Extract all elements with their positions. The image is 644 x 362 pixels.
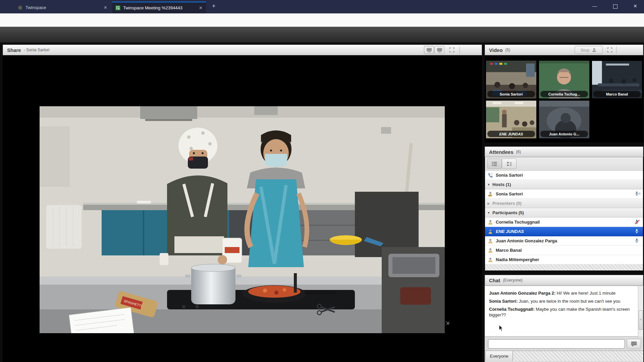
share-fullscreen-icon[interactable] [449,47,455,53]
share-pod-header: Share - Sonia Sartori ▾ [3,45,482,55]
tab-twinspace-meeting[interactable]: Twinspace Meeting %2394443 ✕ [112,2,206,13]
video-pod: Video (5) Stop ▾ Sonia Sartori [485,45,643,142]
video-pod-count: (5) [505,48,511,52]
chat-pod-header: Chat (Everyone) ▾ [485,275,643,286]
share-layout-fit-button[interactable] [424,46,434,54]
chat-tab-everyone[interactable]: Everyone [485,351,513,361]
video-tile: Sonia Sartori [486,61,536,99]
shared-video-kitchen-scene: SPAGHETTI [40,106,445,333]
video-tile: Cornelia Tschug... [539,61,589,99]
resize-cursor: ⇲ [445,320,449,325]
participant-icon [488,257,493,262]
participant-icon [488,248,493,253]
tab-close-icon[interactable]: ✕ [104,5,107,10]
attendees-toolbar [485,157,643,171]
attendee-row-host[interactable]: Sonia Sartori [485,189,643,199]
attendee-name: Juan Antonio Gonzalez Parga [496,238,557,243]
tab-twinspace[interactable]: Twinspace ✕ [14,2,111,13]
chat-message: Cornelia Tschuggnall: Maybe you can make… [489,306,635,318]
window-minimize-button[interactable]: — [592,3,597,9]
share-pod: Share - Sonia Sartori ▾ [3,45,482,362]
share-pod-title: Share [7,47,21,53]
connect-menubar: Adobe Meeting ▾ ▾ ▾ ▾ Help [0,27,644,43]
attendees-pod-header: Attendees (6) ▾ [485,146,643,157]
attendee-row[interactable]: Marco Banal [485,246,643,255]
attendee-row[interactable]: Nadia Mittempergher [485,255,643,264]
tab-close-icon[interactable]: ✕ [199,5,203,10]
collapse-triangle-icon[interactable]: ▼ [485,183,492,186]
video-tile: Marco Banal [592,61,642,99]
attendee-name: Marco Banal [496,248,522,253]
new-tab-button[interactable]: + [212,3,216,10]
tab-favicon-etwinning [115,5,120,10]
tab-favicon [18,6,22,10]
attendee-name: ENE JUNDAS [496,229,524,234]
attendee-name: Cornelia Tschuggnall [496,220,540,225]
attendee-row-phone[interactable]: Sonia Sartori [485,171,643,180]
video-pod-title: Video [489,47,503,53]
attendees-pod-title: Attendees [489,149,514,155]
chat-tab-filler [513,351,643,361]
video-tile: ENE JUNDAS [486,101,536,138]
attendee-list-view-button[interactable] [487,159,502,169]
video-tile-name: Marco Banal [593,91,641,97]
attendee-row-selected[interactable]: ENE JUNDAS [485,227,643,236]
screen: uO [0,0,644,362]
share-pod-presenter: - Sonia Sartori [24,48,50,52]
chat-send-button[interactable] [627,339,641,349]
attendees-pod-count: (6) [516,149,521,154]
video-tile-name: ENE JUNDAS [487,131,535,137]
header-divider [460,46,460,54]
browser-toolbar: ∞ ← → ⟳ adobeconnect.eun.org/cs-event-94… [0,13,644,27]
chat-tab-bar: Everyone [485,351,643,361]
speech-bubble-icon [631,341,637,347]
svg-text:SPAGHETTI: SPAGHETTI [123,299,143,308]
attendee-name: Sonia Sartori [496,191,523,196]
hosts-group-header[interactable]: ▼ Hosts (1) [485,180,643,189]
tab-title: Twinspace Meeting %2394443 [123,5,182,10]
phone-icon [488,173,493,178]
attendees-resize-strip[interactable] [485,264,643,270]
window-maximize-button[interactable] [613,4,618,9]
video-tile: Juan Antonio G... [539,101,589,138]
mic-icon [634,238,640,244]
share-layout-actual-button[interactable] [434,46,444,54]
attendee-status-view-button[interactable] [502,159,517,169]
participants-group-header[interactable]: ▼ Participants (5) [485,208,643,218]
mic-muted-icon [634,219,640,225]
chat-pod-title: Chat [489,278,500,283]
collapse-triangle-icon[interactable]: ▶ [485,202,492,205]
chat-message: Juan Antonio Gonzalez Parga 2: Hi! We ar… [489,290,635,296]
video-tile-name: Cornelia Tschug... [540,91,588,97]
video-fullscreen-icon[interactable] [607,47,613,53]
mic-active-icon [634,191,640,197]
browser-tab-bar: Twinspace ✕ Twinspace Meeting %2394443 ✕… [0,0,644,13]
host-icon [488,191,493,197]
attendee-name: Sonia Sartori [496,173,523,178]
chat-message-area[interactable]: Juan Antonio Gonzalez Parga 2: Hi! We ar… [485,286,638,337]
share-content-area: SPAGHETTI ⇲ [3,55,482,362]
chat-scrollbar-thumb[interactable]: ≡ [639,310,643,330]
chat-pod-scope: (Everyone) [503,278,523,283]
chat-message: Sonia Sartori: Juan, you are twice in th… [489,298,635,304]
window-close-button[interactable]: ✕ [633,3,637,9]
chat-input[interactable] [488,339,625,349]
participant-icon [488,238,493,244]
chat-scrollbar[interactable]: ≡ [638,286,643,337]
participant-icon [488,220,493,225]
mic-icon [634,229,640,235]
stop-webcam-button[interactable]: Stop [575,46,603,54]
chat-pod: Chat (Everyone) ▾ Juan Antonio Gonzalez … [485,275,643,362]
participant-icon [488,229,493,234]
tab-title: Twinspace [25,5,46,10]
collapse-triangle-icon[interactable]: ▼ [485,211,492,215]
attendee-row[interactable]: Juan Antonio Gonzalez Parga [485,236,643,246]
video-tile-name: Sonia Sartori [487,91,535,97]
attendee-row[interactable]: Cornelia Tschuggnall [485,218,643,227]
header-divider [616,46,616,54]
video-tile-name: Juan Antonio G... [540,131,588,137]
video-pod-header: Video (5) Stop ▾ [485,45,643,55]
attendee-name: Nadia Mittempergher [496,257,539,262]
presenters-group-header[interactable]: ▶ Presenters (0) [485,199,643,208]
